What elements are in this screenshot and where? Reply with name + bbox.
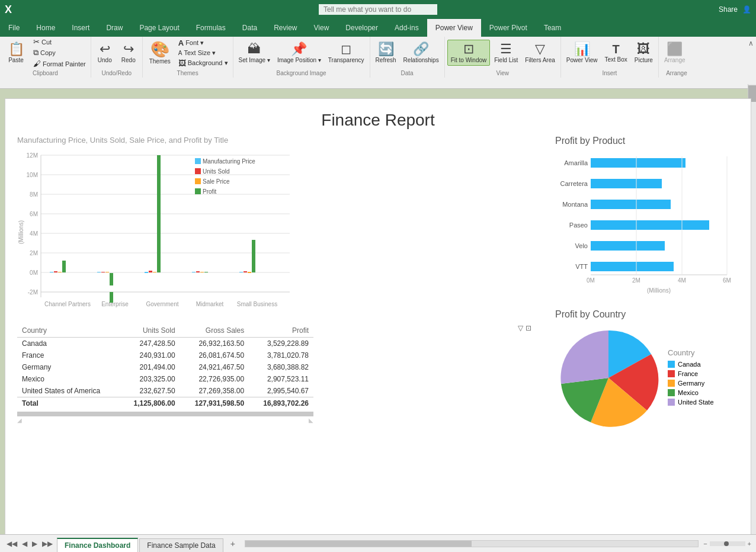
transparency-button[interactable]: ◻ Transparency bbox=[325, 40, 367, 65]
svg-rect-24 bbox=[105, 272, 109, 272]
tab-addins[interactable]: Add-ins bbox=[386, 19, 427, 37]
table-row: Canada 247,428.50 26,932,163.50 3,529,22… bbox=[17, 338, 313, 350]
tab-insert[interactable]: Insert bbox=[63, 19, 98, 37]
header-bar: X Share 👤 bbox=[0, 0, 756, 19]
tab-file[interactable]: File bbox=[0, 19, 28, 37]
h-scrollbar-thumb[interactable] bbox=[245, 541, 472, 547]
ribbon-group-undo: ↩ Undo ↪ Redo Undo/Redo bbox=[91, 37, 143, 78]
sheet-tab-finance-sample-data[interactable]: Finance Sample Data bbox=[139, 538, 223, 552]
ribbon-collapse-button[interactable]: ∧ bbox=[748, 39, 754, 47]
svg-rect-22 bbox=[97, 272, 101, 272]
refresh-button[interactable]: 🔄 Refresh bbox=[373, 40, 399, 65]
table-row: France 240,931.00 26,081,674.50 3,781,02… bbox=[17, 349, 313, 361]
horizontal-scrollbar[interactable] bbox=[245, 540, 699, 547]
svg-text:(Millions): (Millions) bbox=[18, 220, 24, 244]
font-button[interactable]: AFont ▾ bbox=[176, 38, 230, 48]
paste-button[interactable]: 📋 Paste bbox=[2, 40, 30, 65]
nav-last-arrow[interactable]: ▶▶ bbox=[40, 540, 55, 548]
fit-to-window-button[interactable]: ⊡ Fit to Window bbox=[447, 40, 491, 66]
themes-button[interactable]: 🎨 Themes bbox=[145, 39, 175, 67]
bottom-bar: ◀◀ ◀ ▶ ▶▶ Finance Dashboard Finance Samp… bbox=[0, 534, 756, 552]
user-avatar: 👤 bbox=[742, 5, 751, 14]
set-image-button[interactable]: 🏔 Set Image ▾ bbox=[236, 40, 273, 65]
svg-text:8M: 8M bbox=[30, 191, 38, 198]
zoom-in-button[interactable]: + bbox=[748, 540, 751, 547]
background-button[interactable]: 🖼Background ▾ bbox=[176, 58, 230, 68]
svg-rect-28 bbox=[149, 271, 152, 272]
table-scrollbar-thumb[interactable] bbox=[17, 412, 313, 416]
format-painter-button[interactable]: 🖌Format Painter bbox=[31, 59, 88, 69]
legend-canada: Canada bbox=[668, 361, 714, 368]
text-box-button[interactable]: T Text Box bbox=[601, 41, 630, 65]
table-horizontal-scrollbar[interactable] bbox=[17, 412, 313, 416]
svg-text:Manufacturing Price: Manufacturing Price bbox=[203, 158, 255, 165]
filters-area-button[interactable]: ▽ Filters Area bbox=[522, 40, 558, 65]
ribbon-body: 📋 Paste ✂Cut ⧉Copy 🖌Format Painter Clipb… bbox=[0, 37, 756, 89]
themes-icon: 🎨 bbox=[150, 41, 169, 58]
table-expand-icon[interactable]: ⊡ bbox=[526, 324, 531, 332]
svg-text:2M: 2M bbox=[632, 277, 640, 284]
ribbon-group-view: ⊡ Fit to Window ☰ Field List ▽ Filters A… bbox=[445, 37, 561, 78]
search-input[interactable] bbox=[319, 4, 437, 15]
legend-united-states: United State bbox=[668, 399, 714, 406]
tab-draw[interactable]: Draw bbox=[98, 19, 131, 37]
undo-button[interactable]: ↩ Undo bbox=[94, 40, 116, 65]
text-size-button[interactable]: AText Size ▾ bbox=[176, 49, 230, 57]
svg-text:4M: 4M bbox=[30, 230, 38, 237]
svg-text:Small Business: Small Business bbox=[237, 301, 277, 307]
nav-prev-arrow[interactable]: ◀ bbox=[20, 540, 29, 548]
svg-text:6M: 6M bbox=[723, 277, 731, 284]
image-position-button[interactable]: 📌 Image Position ▾ bbox=[274, 40, 324, 65]
zoom-slider[interactable] bbox=[710, 541, 745, 546]
format-painter-icon: 🖌 bbox=[33, 59, 41, 68]
table-filter-icon[interactable]: ▽ bbox=[518, 324, 523, 332]
svg-text:Velo: Velo bbox=[575, 242, 588, 249]
sheet-tab-finance-dashboard[interactable]: Finance Dashboard bbox=[57, 538, 138, 552]
bar-chart-area: 12M 10M 8M 6M 4M 2M 0M -2M (Millions) bbox=[17, 149, 537, 321]
pie-legend: Country Canada France Germ bbox=[668, 348, 714, 408]
tab-data[interactable]: Data bbox=[234, 19, 265, 37]
tab-review[interactable]: Review bbox=[265, 19, 305, 37]
share-button[interactable]: Share bbox=[719, 5, 738, 14]
redo-button[interactable]: ↪ Redo bbox=[117, 40, 140, 65]
nav-first-arrow[interactable]: ◀◀ bbox=[5, 540, 19, 548]
copy-icon: ⧉ bbox=[33, 48, 39, 57]
svg-rect-23 bbox=[101, 272, 105, 272]
svg-rect-18 bbox=[50, 272, 53, 272]
tab-view[interactable]: View bbox=[306, 19, 338, 37]
canvas-wrapper: Finance Report Manufacturing Price, Unit… bbox=[0, 89, 756, 546]
legend-mexico-color bbox=[668, 389, 675, 396]
app-logo: X bbox=[5, 4, 12, 16]
font-icon: A bbox=[178, 38, 184, 47]
tab-home[interactable]: Home bbox=[28, 19, 63, 37]
tab-formulas[interactable]: Formulas bbox=[188, 19, 234, 37]
text-size-icon: A bbox=[178, 50, 182, 56]
power-view-button[interactable]: 📊 Power View bbox=[563, 40, 601, 65]
copy-button[interactable]: ⧉Copy bbox=[31, 47, 88, 58]
tab-page-layout[interactable]: Page Layout bbox=[131, 19, 187, 37]
add-sheet-button[interactable]: + bbox=[226, 537, 240, 551]
svg-text:0M: 0M bbox=[30, 269, 38, 276]
zoom-out-button[interactable]: − bbox=[703, 540, 707, 547]
svg-rect-44 bbox=[195, 158, 201, 164]
tab-power-view[interactable]: Power View bbox=[427, 19, 481, 37]
pie-chart-title: Profit by Country bbox=[555, 309, 739, 320]
svg-rect-31 bbox=[192, 272, 196, 272]
picture-icon: 🖼 bbox=[637, 42, 650, 56]
ribbon-group-data: 🔄 Refresh 🔗 Relationships Data bbox=[370, 37, 445, 78]
ribbon-group-arrange: ⬛ Arrange Arrange bbox=[659, 37, 694, 78]
cut-button[interactable]: ✂Cut bbox=[31, 37, 88, 47]
svg-rect-59 bbox=[591, 220, 709, 230]
picture-button[interactable]: 🖼 Picture bbox=[632, 40, 656, 65]
col-country: Country bbox=[17, 324, 120, 338]
nav-next-arrow[interactable]: ▶ bbox=[30, 540, 39, 548]
svg-text:4M: 4M bbox=[678, 277, 686, 284]
relationships-button[interactable]: 🔗 Relationships bbox=[401, 40, 442, 65]
tab-developer[interactable]: Developer bbox=[337, 19, 386, 37]
field-list-icon: ☰ bbox=[500, 42, 512, 56]
svg-text:Channel Partners: Channel Partners bbox=[44, 301, 91, 307]
field-list-button[interactable]: ☰ Field List bbox=[491, 40, 521, 65]
arrange-button[interactable]: ⬛ Arrange bbox=[661, 40, 688, 65]
tab-team[interactable]: Team bbox=[536, 19, 569, 37]
tab-power-pivot[interactable]: Power Pivot bbox=[481, 19, 536, 37]
